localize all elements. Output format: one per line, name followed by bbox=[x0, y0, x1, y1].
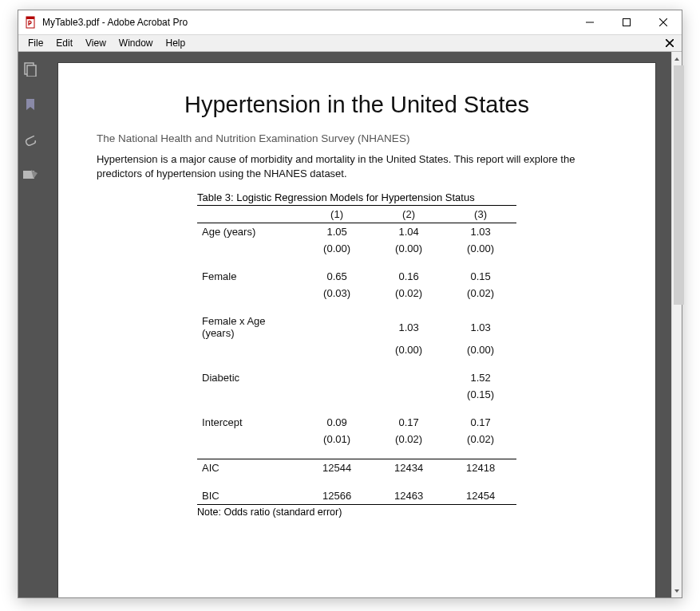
cell: 0.16 bbox=[373, 268, 445, 285]
table-caption: Table 3: Logistic Regression Models for … bbox=[197, 191, 516, 205]
attachment-icon[interactable] bbox=[21, 130, 40, 149]
menu-window[interactable]: Window bbox=[113, 36, 160, 50]
svg-rect-1 bbox=[26, 17, 34, 19]
cell: (0.00) bbox=[373, 341, 445, 358]
scrollbar-track[interactable] bbox=[672, 65, 682, 584]
table-note: Note: Odds ratio (standard error) bbox=[197, 505, 516, 518]
cell: 12418 bbox=[445, 459, 516, 476]
app-window: MyTable3.pdf - Adobe Acrobat Pro File Ed… bbox=[18, 10, 682, 598]
cell: 12566 bbox=[301, 487, 373, 505]
pdf-page: Hypertension in the United States The Na… bbox=[58, 63, 655, 597]
titlebar: MyTable3.pdf - Adobe Acrobat Pro bbox=[18, 10, 682, 34]
cell: (0.01) bbox=[301, 431, 373, 447]
row-label: Age (years) bbox=[197, 223, 301, 241]
cell bbox=[301, 313, 373, 341]
window-title: MyTable3.pdf - Adobe Acrobat Pro bbox=[42, 17, 188, 28]
menu-file[interactable]: File bbox=[22, 36, 49, 50]
workarea: Hypertension in the United States The Na… bbox=[18, 52, 682, 597]
cell bbox=[373, 386, 445, 403]
cell: 1.03 bbox=[373, 313, 445, 341]
menu-help[interactable]: Help bbox=[160, 36, 192, 50]
cell: 0.15 bbox=[445, 268, 516, 285]
row-label: Diabetic bbox=[197, 369, 301, 386]
cell bbox=[301, 369, 373, 386]
cell: (0.00) bbox=[301, 240, 373, 257]
svg-rect-3 bbox=[623, 19, 631, 26]
cell: 1.03 bbox=[445, 313, 516, 341]
page-subtitle: The National Health and Nutrition Examin… bbox=[97, 132, 617, 144]
svg-rect-9 bbox=[27, 65, 36, 77]
row-label: AIC bbox=[197, 459, 301, 476]
cell: 1.03 bbox=[445, 223, 516, 241]
bookmark-icon[interactable] bbox=[21, 95, 40, 114]
cell: 1.04 bbox=[373, 223, 445, 241]
cell: (0.00) bbox=[445, 341, 516, 358]
cell: (0.03) bbox=[301, 285, 373, 302]
document-viewer: Hypertension in the United States The Na… bbox=[42, 52, 682, 597]
cell bbox=[301, 341, 373, 358]
menu-edit[interactable]: Edit bbox=[49, 36, 79, 50]
maximize-button[interactable] bbox=[608, 10, 645, 34]
cell bbox=[301, 386, 373, 403]
cell: (0.15) bbox=[445, 386, 516, 403]
thumbnails-icon[interactable] bbox=[21, 60, 40, 79]
menubar: File Edit View Window Help bbox=[18, 34, 682, 52]
col-header-1: (1) bbox=[301, 206, 373, 223]
scroll-up-button[interactable] bbox=[672, 52, 682, 65]
row-label: BIC bbox=[197, 487, 301, 505]
cell: 1.52 bbox=[445, 369, 516, 386]
cell: (0.02) bbox=[445, 285, 516, 302]
document-scroll-area[interactable]: Hypertension in the United States The Na… bbox=[42, 52, 671, 597]
cell bbox=[373, 369, 445, 386]
row-label: Intercept bbox=[197, 414, 301, 431]
cell: (0.02) bbox=[373, 285, 445, 302]
row-label: Female x Age (years) bbox=[197, 313, 301, 341]
cell: 0.65 bbox=[301, 268, 373, 285]
regression-table: Table 3: Logistic Regression Models for … bbox=[197, 191, 516, 518]
cell: (0.00) bbox=[373, 240, 445, 257]
col-header-3: (3) bbox=[445, 206, 516, 223]
page-intro-text: Hypertension is a major cause of morbidi… bbox=[97, 152, 617, 180]
minimize-button[interactable] bbox=[571, 10, 608, 34]
page-title: Hypertension in the United States bbox=[97, 92, 617, 118]
signature-icon[interactable] bbox=[21, 165, 40, 184]
row-label: Female bbox=[197, 268, 301, 285]
cell: (0.02) bbox=[445, 431, 516, 447]
document-close-icon[interactable] bbox=[661, 37, 678, 49]
cell: (0.02) bbox=[373, 431, 445, 447]
col-header-blank bbox=[197, 206, 301, 223]
cell: 12544 bbox=[301, 459, 373, 476]
app-icon bbox=[25, 16, 38, 29]
cell: 12463 bbox=[373, 487, 445, 505]
close-button[interactable] bbox=[645, 10, 682, 34]
scrollbar-thumb[interactable] bbox=[674, 65, 684, 305]
window-controls bbox=[571, 10, 682, 34]
table: (1) (2) (3) Age (years) 1.05 1.04 1.03 bbox=[197, 205, 516, 505]
cell: 12434 bbox=[373, 459, 445, 476]
menu-view[interactable]: View bbox=[79, 36, 113, 50]
col-header-2: (2) bbox=[373, 206, 445, 223]
cell: 12454 bbox=[445, 487, 516, 505]
cell: 0.17 bbox=[373, 414, 445, 431]
cell: (0.00) bbox=[445, 240, 516, 257]
cell: 0.09 bbox=[301, 414, 373, 431]
cell: 0.17 bbox=[445, 414, 516, 431]
scroll-down-button[interactable] bbox=[672, 584, 682, 597]
cell: 1.05 bbox=[301, 223, 373, 241]
sidebar bbox=[18, 52, 42, 597]
vertical-scrollbar[interactable] bbox=[671, 52, 682, 597]
